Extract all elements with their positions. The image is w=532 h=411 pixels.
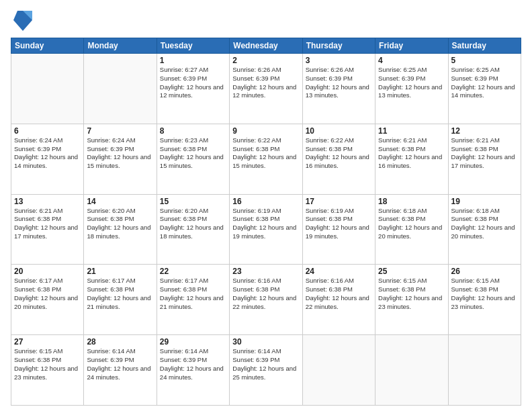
- day-number: 24: [306, 267, 372, 276]
- page: SundayMondayTuesdayWednesdayThursdayFrid…: [0, 0, 532, 411]
- calendar-cell: 23Sunrise: 6:16 AMSunset: 6:38 PMDayligh…: [230, 265, 302, 335]
- calendar-cell: 13Sunrise: 6:21 AMSunset: 6:38 PMDayligh…: [11, 194, 84, 265]
- day-detail: Sunrise: 6:18 AMSunset: 6:38 PMDaylight:…: [451, 207, 518, 241]
- calendar-week-row: 27Sunrise: 6:15 AMSunset: 6:38 PMDayligh…: [11, 335, 521, 406]
- logo: [11, 8, 34, 32]
- day-number: 14: [87, 197, 153, 206]
- day-number: 11: [378, 126, 445, 136]
- calendar-cell: 16Sunrise: 6:19 AMSunset: 6:38 PMDayligh…: [230, 194, 302, 265]
- calendar-day-header: Thursday: [302, 38, 375, 54]
- calendar-cell: 8Sunrise: 6:23 AMSunset: 6:38 PMDaylight…: [157, 124, 229, 194]
- day-number: 20: [14, 267, 81, 276]
- calendar-cell: 27Sunrise: 6:15 AMSunset: 6:38 PMDayligh…: [11, 335, 84, 406]
- day-detail: Sunrise: 6:15 AMSunset: 6:38 PMDaylight:…: [14, 347, 81, 381]
- calendar-cell: 20Sunrise: 6:17 AMSunset: 6:38 PMDayligh…: [11, 265, 84, 335]
- day-number: 16: [232, 197, 299, 206]
- logo-icon: [12, 8, 34, 32]
- day-detail: Sunrise: 6:23 AMSunset: 6:38 PMDaylight:…: [160, 136, 226, 171]
- calendar-cell: [448, 335, 521, 406]
- day-number: 27: [14, 337, 81, 347]
- calendar-week-row: 20Sunrise: 6:17 AMSunset: 6:38 PMDayligh…: [11, 265, 521, 335]
- day-number: 7: [87, 126, 153, 136]
- day-detail: Sunrise: 6:17 AMSunset: 6:38 PMDaylight:…: [160, 277, 226, 311]
- calendar-cell: 5Sunrise: 6:25 AMSunset: 6:39 PMDaylight…: [448, 54, 521, 124]
- day-number: 1: [160, 56, 226, 65]
- day-number: 3: [306, 56, 372, 65]
- calendar-cell: 17Sunrise: 6:19 AMSunset: 6:38 PMDayligh…: [302, 194, 375, 265]
- day-number: 17: [306, 197, 372, 206]
- day-detail: Sunrise: 6:25 AMSunset: 6:39 PMDaylight:…: [451, 66, 518, 100]
- calendar-cell: [84, 54, 157, 124]
- calendar-cell: 25Sunrise: 6:15 AMSunset: 6:38 PMDayligh…: [375, 265, 448, 335]
- day-detail: Sunrise: 6:24 AMSunset: 6:39 PMDaylight:…: [87, 136, 153, 171]
- day-number: 6: [14, 126, 81, 136]
- calendar-cell: 9Sunrise: 6:22 AMSunset: 6:38 PMDaylight…: [230, 124, 302, 194]
- day-number: 28: [87, 337, 153, 347]
- calendar-week-row: 6Sunrise: 6:24 AMSunset: 6:39 PMDaylight…: [11, 124, 521, 194]
- calendar-day-header: Tuesday: [157, 38, 229, 54]
- calendar-cell: 18Sunrise: 6:18 AMSunset: 6:38 PMDayligh…: [375, 194, 448, 265]
- day-detail: Sunrise: 6:24 AMSunset: 6:39 PMDaylight:…: [14, 136, 81, 171]
- day-detail: Sunrise: 6:22 AMSunset: 6:38 PMDaylight:…: [306, 136, 372, 171]
- calendar-cell: 7Sunrise: 6:24 AMSunset: 6:39 PMDaylight…: [84, 124, 157, 194]
- day-detail: Sunrise: 6:21 AMSunset: 6:38 PMDaylight:…: [451, 136, 518, 171]
- calendar-cell: [11, 54, 84, 124]
- calendar-cell: 28Sunrise: 6:14 AMSunset: 6:39 PMDayligh…: [84, 335, 157, 406]
- day-detail: Sunrise: 6:25 AMSunset: 6:39 PMDaylight:…: [378, 66, 445, 100]
- day-detail: Sunrise: 6:22 AMSunset: 6:38 PMDaylight:…: [232, 136, 299, 171]
- day-detail: Sunrise: 6:14 AMSunset: 6:39 PMDaylight:…: [87, 347, 153, 381]
- day-number: 12: [451, 126, 518, 136]
- calendar-cell: 4Sunrise: 6:25 AMSunset: 6:39 PMDaylight…: [375, 54, 448, 124]
- day-detail: Sunrise: 6:20 AMSunset: 6:38 PMDaylight:…: [87, 207, 153, 241]
- calendar-day-header: Wednesday: [230, 38, 302, 54]
- day-detail: Sunrise: 6:21 AMSunset: 6:38 PMDaylight:…: [14, 207, 81, 241]
- day-number: 5: [451, 56, 518, 65]
- day-detail: Sunrise: 6:27 AMSunset: 6:39 PMDaylight:…: [160, 66, 226, 100]
- day-detail: Sunrise: 6:17 AMSunset: 6:38 PMDaylight:…: [87, 277, 153, 311]
- calendar-cell: 24Sunrise: 6:16 AMSunset: 6:38 PMDayligh…: [302, 265, 375, 335]
- calendar-cell: 1Sunrise: 6:27 AMSunset: 6:39 PMDaylight…: [157, 54, 229, 124]
- calendar-day-header: Sunday: [11, 38, 84, 54]
- day-detail: Sunrise: 6:19 AMSunset: 6:38 PMDaylight:…: [306, 207, 372, 241]
- calendar-cell: 15Sunrise: 6:20 AMSunset: 6:38 PMDayligh…: [157, 194, 229, 265]
- day-number: 13: [14, 197, 81, 206]
- day-detail: Sunrise: 6:18 AMSunset: 6:38 PMDaylight:…: [378, 207, 445, 241]
- calendar-cell: [375, 335, 448, 406]
- day-detail: Sunrise: 6:15 AMSunset: 6:38 PMDaylight:…: [378, 277, 445, 311]
- calendar-cell: 30Sunrise: 6:14 AMSunset: 6:39 PMDayligh…: [230, 335, 302, 406]
- day-number: 21: [87, 267, 153, 276]
- day-number: 9: [232, 126, 299, 136]
- day-detail: Sunrise: 6:15 AMSunset: 6:38 PMDaylight:…: [451, 277, 518, 311]
- calendar-cell: 6Sunrise: 6:24 AMSunset: 6:39 PMDaylight…: [11, 124, 84, 194]
- calendar-cell: 10Sunrise: 6:22 AMSunset: 6:38 PMDayligh…: [302, 124, 375, 194]
- calendar-day-header: Monday: [84, 38, 157, 54]
- day-number: 22: [160, 267, 226, 276]
- calendar-cell: 2Sunrise: 6:26 AMSunset: 6:39 PMDaylight…: [230, 54, 302, 124]
- day-detail: Sunrise: 6:20 AMSunset: 6:38 PMDaylight:…: [160, 207, 226, 241]
- day-detail: Sunrise: 6:14 AMSunset: 6:39 PMDaylight:…: [232, 347, 299, 381]
- day-number: 19: [451, 197, 518, 206]
- day-number: 29: [160, 337, 226, 347]
- calendar-week-row: 13Sunrise: 6:21 AMSunset: 6:38 PMDayligh…: [11, 194, 521, 265]
- calendar-cell: 3Sunrise: 6:26 AMSunset: 6:39 PMDaylight…: [302, 54, 375, 124]
- day-detail: Sunrise: 6:14 AMSunset: 6:39 PMDaylight:…: [160, 347, 226, 381]
- calendar-day-header: Friday: [375, 38, 448, 54]
- day-detail: Sunrise: 6:26 AMSunset: 6:39 PMDaylight:…: [232, 66, 299, 100]
- day-detail: Sunrise: 6:19 AMSunset: 6:38 PMDaylight:…: [232, 207, 299, 241]
- calendar-cell: 26Sunrise: 6:15 AMSunset: 6:38 PMDayligh…: [448, 265, 521, 335]
- day-number: 4: [378, 56, 445, 65]
- day-number: 15: [160, 197, 226, 206]
- day-number: 23: [232, 267, 299, 276]
- day-detail: Sunrise: 6:16 AMSunset: 6:38 PMDaylight:…: [306, 277, 372, 311]
- day-number: 18: [378, 197, 445, 206]
- day-detail: Sunrise: 6:17 AMSunset: 6:38 PMDaylight:…: [14, 277, 81, 311]
- calendar-cell: 11Sunrise: 6:21 AMSunset: 6:38 PMDayligh…: [375, 124, 448, 194]
- calendar-cell: 21Sunrise: 6:17 AMSunset: 6:38 PMDayligh…: [84, 265, 157, 335]
- day-number: 25: [378, 267, 445, 276]
- calendar-table: SundayMondayTuesdayWednesdayThursdayFrid…: [11, 38, 521, 406]
- header: [11, 8, 521, 32]
- day-number: 10: [306, 126, 372, 136]
- calendar-cell: [302, 335, 375, 406]
- calendar-cell: 29Sunrise: 6:14 AMSunset: 6:39 PMDayligh…: [157, 335, 229, 406]
- calendar-cell: 22Sunrise: 6:17 AMSunset: 6:38 PMDayligh…: [157, 265, 229, 335]
